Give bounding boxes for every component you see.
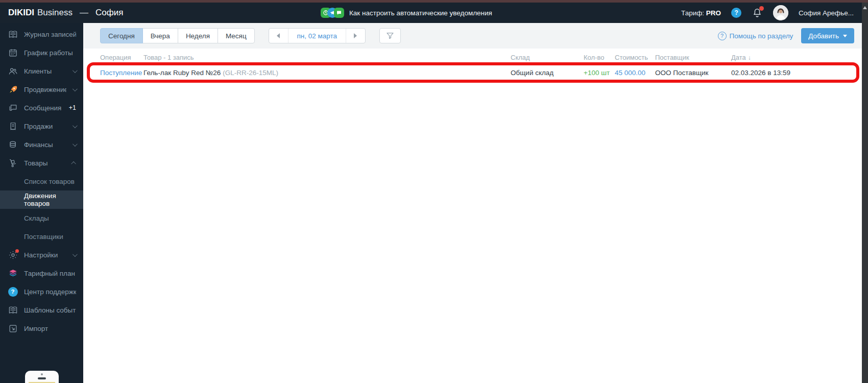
range-yesterday-button[interactable]: Вчера — [142, 28, 178, 43]
import-icon — [8, 323, 18, 333]
window-top-strip — [0, 0, 868, 3]
main-content: Сегодня Вчера Неделя Месяц пн, 02 марта … — [83, 23, 862, 383]
sidebar-item-label: Товары — [24, 159, 47, 167]
messenger-icons — [321, 8, 344, 18]
sidebar-item-label: Импорт — [24, 325, 48, 332]
banner-text[interactable]: Как настроить автоматические уведомления — [349, 9, 492, 17]
sidebar-item-label: Продажи — [24, 123, 53, 130]
unread-badge: +1 — [69, 104, 76, 111]
row-operation-link[interactable]: Поступление — [100, 69, 143, 77]
brand-suffix: Business — [37, 8, 73, 18]
next-arrow-icon — [354, 33, 357, 38]
notification-dot — [759, 6, 764, 11]
brand-logo[interactable]: DIKIDI Business — София — [8, 8, 123, 18]
row-cost-link[interactable]: 45 000.00 — [615, 69, 655, 77]
sidebar-item-schedule[interactable]: График работы — [0, 43, 83, 62]
messages-icon — [8, 103, 18, 113]
sidebar-subitem-product-movements[interactable]: Движения товаров — [0, 190, 83, 209]
sidebar-item-import[interactable]: Импорт — [0, 319, 83, 338]
row-product-code: (GL-RR-26-15ML) — [223, 69, 278, 77]
chevron-down-icon — [73, 68, 78, 73]
add-button[interactable]: Добавить — [801, 28, 854, 43]
range-week-button[interactable]: Неделя — [178, 28, 218, 43]
sidebar-item-finance[interactable]: Финансы — [0, 135, 83, 154]
sidebar-item-label: Центр поддержки — [24, 288, 76, 296]
column-header-date[interactable]: Дата↓ — [731, 54, 862, 61]
current-date-button[interactable]: пн, 02 марта — [288, 29, 346, 43]
sidebar-item-sales[interactable]: Продажи — [0, 117, 83, 135]
row-product-cell: Гель-лак Ruby Red №26(GL-RR-26-15ML) — [143, 69, 511, 77]
scrollbar[interactable] — [862, 3, 868, 383]
range-month-button[interactable]: Месяц — [218, 28, 255, 43]
brand-separator: — — [80, 8, 88, 18]
sidebar-item-event-templates[interactable]: Шаблоны событий — [0, 301, 83, 319]
chevron-down-icon — [73, 86, 78, 91]
sidebar-item-label: Финансы — [24, 141, 53, 149]
range-today-button[interactable]: Сегодня — [100, 28, 143, 43]
sales-icon — [8, 121, 18, 131]
add-button-label: Добавить — [808, 32, 839, 40]
sidebar-subitem-product-list[interactable]: Список товаров — [0, 172, 83, 190]
scroll-up-arrow-icon[interactable] — [863, 6, 867, 9]
sidebar-item-clients[interactable]: Клиенты — [0, 62, 83, 80]
sidebar-item-promotion[interactable]: Продвижение — [0, 80, 83, 99]
layers-icon — [8, 268, 18, 278]
tariff-value: PRO — [706, 9, 721, 17]
sidebar-item-support-center[interactable]: ? Центр поддержки — [0, 282, 83, 301]
sidebar-item-label: Продвижение — [24, 86, 66, 93]
next-day-button[interactable] — [346, 29, 365, 43]
notifications-banner[interactable]: Как настроить автоматические уведомления — [321, 3, 492, 23]
journal-icon — [8, 29, 18, 39]
prev-day-button[interactable] — [269, 29, 288, 43]
user-name[interactable]: София Арефье... — [799, 9, 854, 17]
sidebar-nav: Журнал записей График работы Клиенты — [0, 23, 83, 338]
sidebar-subitem-suppliers[interactable]: Поставщики — [0, 227, 83, 246]
column-header-operation: Операция — [100, 54, 143, 61]
sidebar-item-label: Клиенты — [24, 67, 52, 75]
sidebar-item-messages[interactable]: Сообщения +1 — [0, 99, 83, 117]
rocket-icon — [8, 84, 18, 94]
sidebar-item-goods[interactable]: Товары — [0, 154, 83, 172]
filter-button[interactable] — [379, 28, 401, 43]
sidebar-item-settings[interactable]: Настройки — [0, 246, 83, 264]
sort-desc-icon: ↓ — [748, 54, 751, 61]
gear-icon — [8, 250, 18, 260]
chat-bubble-icon — [334, 8, 344, 18]
chevron-up-icon — [71, 161, 76, 166]
phone-camera-dot — [41, 373, 43, 375]
row-product-name: Гель-лак Ruby Red №26 — [143, 69, 221, 77]
help-icon[interactable]: ? — [731, 8, 741, 18]
sidebar-subitem-warehouses[interactable]: Склады — [0, 209, 83, 227]
support-icon: ? — [8, 286, 18, 297]
row-date: 02.03.2026 в 13:59 — [731, 69, 862, 77]
notifications-bell-icon[interactable] — [752, 7, 763, 18]
row-warehouse: Общий склад — [511, 69, 584, 77]
column-header-warehouse: Склад — [511, 54, 584, 61]
header-right: Тариф: PRO ? София Арефье... — [681, 3, 854, 23]
row-supplier: ООО Поставщик — [655, 69, 731, 77]
section-help-link[interactable]: ? Помощь по разделу — [718, 32, 793, 40]
column-header-supplier: Поставщик — [655, 54, 731, 61]
tariff-label[interactable]: Тариф: PRO — [681, 9, 721, 17]
help-circle-icon: ? — [718, 32, 727, 40]
column-header-product: Товар - 1 запись — [143, 54, 511, 61]
phone-speaker — [38, 377, 46, 379]
goods-icon — [8, 158, 18, 168]
column-header-date-label: Дата — [731, 54, 746, 61]
sidebar-item-journal[interactable]: Журнал записей — [0, 25, 83, 43]
sidebar-item-tariff-plan[interactable]: Тарифный план — [0, 264, 83, 282]
avatar[interactable] — [773, 5, 788, 20]
company-name[interactable]: София — [95, 8, 123, 18]
sidebar-subitem-label: Склады — [24, 214, 49, 222]
table-row[interactable]: Поступление Гель-лак Ruby Red №26(GL-RR-… — [83, 63, 862, 82]
brand-name: DIKIDI — [8, 8, 34, 18]
mobile-app-promo-phone[interactable] — [25, 371, 59, 383]
date-range-segmented-control: Сегодня Вчера Неделя Месяц — [100, 28, 255, 43]
support-question-glyph: ? — [8, 287, 18, 297]
sidebar-item-label: Журнал записей — [24, 31, 76, 38]
sidebar-item-label: Сообщения — [24, 104, 61, 112]
tariff-caption: Тариф: — [681, 9, 704, 17]
sidebar-item-label: Настройки — [24, 251, 58, 259]
section-help-label: Помощь по разделу — [730, 32, 793, 40]
templates-icon — [8, 305, 18, 315]
